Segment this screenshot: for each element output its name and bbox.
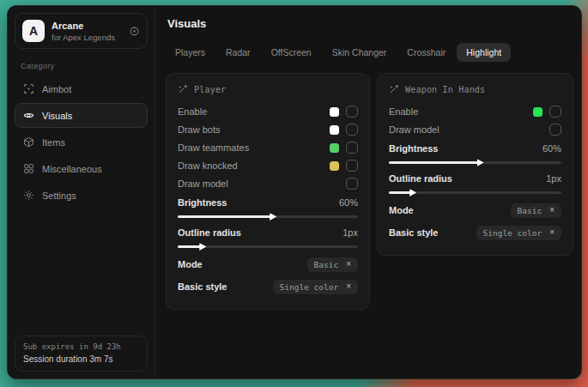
panel-title: Player <box>194 85 226 94</box>
sidebar-item-settings[interactable]: Settings <box>15 183 148 208</box>
slider-thumb[interactable] <box>270 213 276 221</box>
sidebar: A Arcane for Apex Legends Category Aimbo… <box>8 6 155 378</box>
slider-row-outline-radius: Outline radius1px <box>178 226 358 248</box>
grid-icon <box>23 163 34 174</box>
tab-radar[interactable]: Radar <box>216 43 260 62</box>
slider-value: 60% <box>339 197 358 208</box>
setting-label: Enable <box>389 106 418 117</box>
tag-row-label: Basic style <box>389 227 438 238</box>
sub-expires-text: Sub expires in 9d 23h <box>23 342 139 351</box>
setting-row-draw-model: Draw model <box>389 124 561 136</box>
color-swatch[interactable] <box>330 107 339 117</box>
gear-icon <box>23 190 34 201</box>
sidebar-item-aimbot[interactable]: Aimbot <box>15 76 148 101</box>
app-window: A Arcane for Apex Legends Category Aimbo… <box>7 5 582 379</box>
setting-row-draw-model: Draw model <box>178 178 358 190</box>
tab-players[interactable]: Players <box>166 43 215 62</box>
main-content: Visuals PlayersRadarOffScreenSkin Change… <box>155 6 581 378</box>
setting-label: Draw model <box>178 178 228 189</box>
panel-header: Weapon In Hands <box>389 84 561 94</box>
tag-row-label: Mode <box>389 205 414 215</box>
tab-crosshair[interactable]: Crosshair <box>397 43 455 62</box>
page-title: Visuals <box>166 17 573 30</box>
slider-thumb[interactable] <box>199 243 206 251</box>
app-subtitle: for Apex Legends <box>52 33 122 42</box>
panel-header: Player <box>178 84 358 94</box>
subscription-card: Sub expires in 9d 23h Session duration 3… <box>15 336 148 372</box>
checkbox-draw-bots[interactable] <box>346 124 358 136</box>
tag-remove-icon[interactable]: × <box>346 260 351 269</box>
sidebar-item-label: Miscellaneous <box>42 164 102 174</box>
tag-pill-single-color[interactable]: Single color× <box>476 226 561 240</box>
slider-thumb[interactable] <box>409 189 416 197</box>
slider-value: 1px <box>342 227 358 238</box>
sidebar-nav: AimbotVisualsItemsMiscellaneousSettings <box>15 76 148 209</box>
sidebar-item-miscellaneous[interactable]: Miscellaneous <box>15 156 148 181</box>
tab-highlight[interactable]: Highlight <box>457 43 511 62</box>
cube-icon <box>23 136 34 148</box>
tag-row-mode: ModeBasic× <box>389 202 561 219</box>
slider-label: Brightness <box>178 197 227 208</box>
tag-row-basic-style: Basic styleSingle color× <box>178 278 358 295</box>
tag-remove-icon[interactable]: × <box>346 282 351 291</box>
slider-track-brightness[interactable] <box>178 215 358 218</box>
setting-row-draw-knocked: Draw knocked <box>178 160 358 172</box>
slider-row-outline-radius: Outline radius1px <box>389 172 561 194</box>
tab-skin-changer[interactable]: Skin Changer <box>323 43 397 62</box>
sidebar-item-label: Visuals <box>42 111 72 121</box>
app-logo: A <box>22 20 45 42</box>
tag-remove-icon[interactable]: × <box>549 228 555 237</box>
setting-label: Draw knocked <box>178 160 238 171</box>
slider-fill <box>389 161 479 164</box>
sidebar-item-label: Items <box>42 137 65 148</box>
panel-player: PlayerEnableDraw botsDraw teammatesDraw … <box>166 73 370 310</box>
color-swatch[interactable] <box>330 161 339 171</box>
panel-weapon-in-hands: Weapon In HandsEnableDraw modelBrightnes… <box>377 73 573 256</box>
app-name: Arcane <box>52 21 122 31</box>
sidebar-item-visuals[interactable]: Visuals <box>15 103 148 128</box>
slider-track-brightness[interactable] <box>389 161 561 164</box>
setting-label: Draw teammates <box>178 142 249 153</box>
setting-label: Enable <box>178 106 207 117</box>
sidebar-item-items[interactable]: Items <box>15 130 148 154</box>
slider-track-outline-radius[interactable] <box>389 191 561 194</box>
checkbox-draw-model[interactable] <box>549 124 561 136</box>
crosshair-icon <box>23 83 34 94</box>
slider-fill <box>178 215 271 218</box>
tag-text: Basic <box>518 206 543 215</box>
checkbox-enable[interactable] <box>549 106 561 118</box>
slider-fill <box>178 245 201 248</box>
checkbox-draw-model[interactable] <box>346 178 358 190</box>
tag-row-label: Basic style <box>178 281 227 292</box>
color-swatch[interactable] <box>533 107 543 117</box>
slider-fill <box>389 191 411 194</box>
tag-pill-basic[interactable]: Basic× <box>307 257 358 272</box>
color-swatch[interactable] <box>330 143 339 153</box>
tab-bar: PlayersRadarOffScreenSkin ChangerCrossha… <box>166 43 573 62</box>
checkbox-draw-teammates[interactable] <box>346 142 358 154</box>
slider-thumb[interactable] <box>477 159 484 166</box>
tag-remove-icon[interactable]: × <box>549 206 555 215</box>
color-swatch[interactable] <box>330 125 339 135</box>
session-duration-text: Session duration 3m 7s <box>23 354 139 364</box>
target-icon[interactable] <box>129 26 140 37</box>
eye-icon <box>23 110 34 121</box>
slider-track-outline-radius[interactable] <box>178 245 358 248</box>
setting-row-draw-bots: Draw bots <box>178 124 358 136</box>
tag-text: Basic <box>314 260 339 269</box>
checkbox-draw-knocked[interactable] <box>346 160 358 172</box>
checkbox-enable[interactable] <box>346 106 358 118</box>
tag-pill-single-color[interactable]: Single color× <box>273 280 358 294</box>
wand-icon <box>178 84 188 94</box>
sidebar-item-label: Aimbot <box>42 84 71 94</box>
wand-icon <box>389 84 399 94</box>
slider-row-brightness: Brightness60% <box>178 196 358 218</box>
slider-label: Outline radius <box>389 173 452 184</box>
tag-pill-basic[interactable]: Basic× <box>511 203 561 218</box>
tag-row-basic-style: Basic styleSingle color× <box>389 224 561 241</box>
category-label: Category <box>21 62 142 70</box>
tab-offscreen[interactable]: OffScreen <box>262 43 321 62</box>
slider-row-brightness: Brightness60% <box>389 142 561 164</box>
setting-label: Draw model <box>389 124 439 135</box>
panels-area: PlayerEnableDraw botsDraw teammatesDraw … <box>166 73 573 310</box>
